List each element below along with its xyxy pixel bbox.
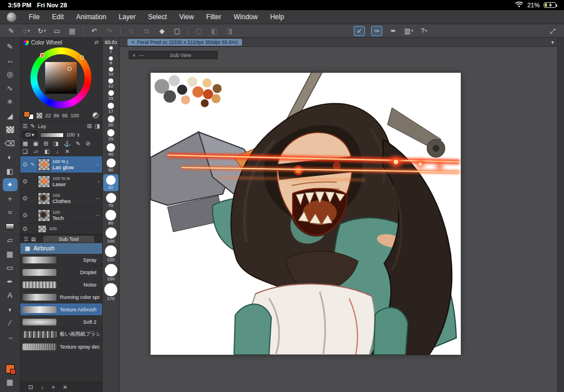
arrow-tool-icon[interactable]: → [3, 331, 17, 343]
clip-studio-logo[interactable] [7, 12, 16, 22]
pen-mode-icon[interactable]: ✒ [389, 26, 398, 36]
balloon-tool-icon[interactable]: ◖ [3, 303, 17, 316]
blend-tool-icon[interactable]: ◐ [3, 151, 17, 164]
size-10[interactable]: 10 [108, 67, 113, 77]
screen-mode-icon[interactable]: ▥▾ [404, 26, 413, 36]
layer-visible-icon[interactable]: ⊙ [23, 212, 28, 218]
brush-settings-icon[interactable]: ✎ [7, 26, 16, 36]
layer-menu-icon[interactable]: ☰ [23, 123, 28, 129]
copy-icon[interactable]: ⧉ [142, 26, 151, 36]
size-170[interactable]: 170 [104, 283, 117, 301]
brush-texture-airbrush[interactable]: Texture Airbrush [20, 303, 102, 316]
size-7[interactable]: 7 [109, 46, 113, 55]
subtool-grid-icon[interactable]: ▤ [31, 236, 36, 242]
brush-running-color-spray[interactable]: Running color spray [20, 291, 102, 303]
layer-mask-icon[interactable]: ◨ [95, 123, 100, 129]
lock-layer-icon[interactable]: ▣ [33, 140, 38, 147]
canvas[interactable] [151, 73, 461, 355]
lasso-tool-icon[interactable]: ∿ [3, 82, 17, 95]
layer-row-clothes[interactable]: ⊙ 100Clothes ▫▫ [20, 190, 102, 207]
pen2-tool-icon[interactable]: ✒ [3, 275, 17, 288]
auto-select-tool-icon[interactable]: ✳ [3, 95, 17, 108]
eraser-tool-icon[interactable]: ⌫ [3, 137, 17, 150]
layer-visible-icon[interactable]: ⊙ [23, 178, 28, 184]
line-tool-icon[interactable]: ∕ [3, 316, 17, 329]
new-folder-icon[interactable]: ▱ [34, 148, 38, 155]
workspace-home-icon[interactable]: ▦ [3, 376, 17, 389]
select-area-icon[interactable]: ◌ [127, 26, 136, 36]
layer-grid-icon[interactable]: ⊞ [87, 123, 91, 129]
help-icon[interactable]: ?▾ [420, 26, 429, 36]
zoom-tool-icon[interactable]: ◎ [3, 68, 17, 81]
size-17[interactable]: 17 [108, 103, 114, 114]
subtool-delete-icon[interactable]: ✕ [63, 384, 67, 390]
menu-edit[interactable]: Edit [52, 13, 64, 21]
size-150[interactable]: 150 [105, 264, 117, 281]
subview-minimize-icon[interactable]: — [139, 52, 144, 58]
subtool-options-icon[interactable]: ⊡ [28, 384, 33, 390]
size-60-selected[interactable]: 60 [103, 174, 118, 191]
gradient-tool-icon[interactable] [3, 220, 17, 233]
fill-icon[interactable]: ◆ [157, 26, 166, 36]
transform-tool-icon[interactable]: + [3, 192, 17, 205]
eyedropper-tool-icon[interactable]: ◢ [3, 109, 17, 122]
menu-filter[interactable]: Filter [206, 13, 222, 21]
size-40[interactable]: 40 [107, 143, 115, 157]
opacity-slider[interactable] [40, 133, 64, 138]
size-12[interactable]: 12 [108, 78, 113, 89]
brush-size-current[interactable]: 60.0 ▴▾ [105, 39, 117, 45]
menu-file[interactable]: File [29, 13, 39, 21]
delete-layer-icon[interactable]: ✕ [65, 148, 69, 155]
hue-marker[interactable] [40, 53, 45, 58]
lock-pixels-icon[interactable]: ⊞ [43, 140, 48, 147]
layer-row-las-glow[interactable]: ⊙ ✎ 100 % (Las glow ▫▫ [20, 156, 102, 173]
pattern-tool-icon[interactable] [3, 123, 17, 136]
size-80[interactable]: 80 [105, 210, 116, 226]
size-70[interactable]: 70 [106, 193, 116, 208]
frame-tool-icon[interactable]: ▭ [3, 261, 17, 274]
sv-marker[interactable] [67, 67, 72, 71]
brush-droplet[interactable]: Droplet [20, 266, 102, 279]
layer-visible-icon[interactable]: ⊙ [23, 226, 28, 232]
menu-view[interactable]: View [179, 13, 194, 21]
invert-selection-icon[interactable]: ◧ [210, 26, 219, 36]
foreground-color-swatch[interactable] [6, 364, 15, 373]
subview-close-icon[interactable]: × [133, 52, 135, 58]
transparent-color-icon[interactable] [37, 113, 42, 118]
anchor-icon[interactable]: ⚓ [64, 140, 70, 147]
mask-icon[interactable]: ◨ [225, 26, 234, 36]
transfer-down-icon[interactable]: ↓ [56, 148, 59, 155]
sub-view-bar[interactable]: × — Sub View [129, 51, 218, 59]
ring-marker[interactable] [80, 55, 84, 60]
confirm-icon[interactable]: ✓ [354, 26, 365, 36]
document-tab[interactable]: × Feral Pred oc (2330 x 2110px 350dpi 55… [127, 39, 242, 46]
layer-row-tech[interactable]: ⊙ 100Tech ▫▫ [20, 207, 102, 224]
crop-icon[interactable]: ▢ [173, 26, 182, 36]
menu-animation[interactable]: Animation [76, 13, 106, 21]
saturation-value-square[interactable] [45, 62, 77, 94]
blend-mode-dropdown[interactable]: Gl▾ [23, 131, 37, 139]
tone-icon[interactable]: ⊘ [86, 140, 90, 147]
brush-mode-icon[interactable]: ✑ [371, 26, 382, 36]
fg-bg-swatches[interactable] [24, 111, 34, 120]
fullscreen-icon[interactable]: ⤢ [548, 26, 557, 36]
subtool-import-icon[interactable]: ↓ [41, 384, 43, 390]
liquify-tool-icon[interactable]: ≈ [3, 206, 17, 219]
subtool-add-icon[interactable]: + [51, 384, 55, 390]
text-tool-icon[interactable]: A [3, 289, 17, 302]
export-icon[interactable]: ▤ [68, 26, 77, 36]
pen-tool-icon[interactable]: ✎ [3, 40, 17, 53]
color-mode-icon[interactable] [92, 112, 99, 118]
size-100[interactable]: 100 [105, 227, 117, 244]
device-icon[interactable]: ▭ [52, 26, 61, 36]
layer-visible-icon[interactable]: ⊙ [23, 161, 28, 168]
size-8[interactable]: 8 [109, 56, 113, 65]
mask-layer-icon[interactable]: ◨ [53, 140, 58, 147]
figure-tool-icon[interactable]: ▱ [3, 234, 17, 246]
undo-icon[interactable]: ↶ [90, 26, 99, 36]
layer-row-partial[interactable]: ⊙ 100 [20, 224, 102, 234]
brush-texture-spray-decay[interactable]: Texture spray decay [20, 341, 102, 353]
draft-layer-icon[interactable]: ✎ [76, 140, 80, 147]
move-tool-icon[interactable]: ↔ [3, 54, 17, 67]
subtool-menu-icon[interactable]: ☰ [24, 236, 28, 242]
